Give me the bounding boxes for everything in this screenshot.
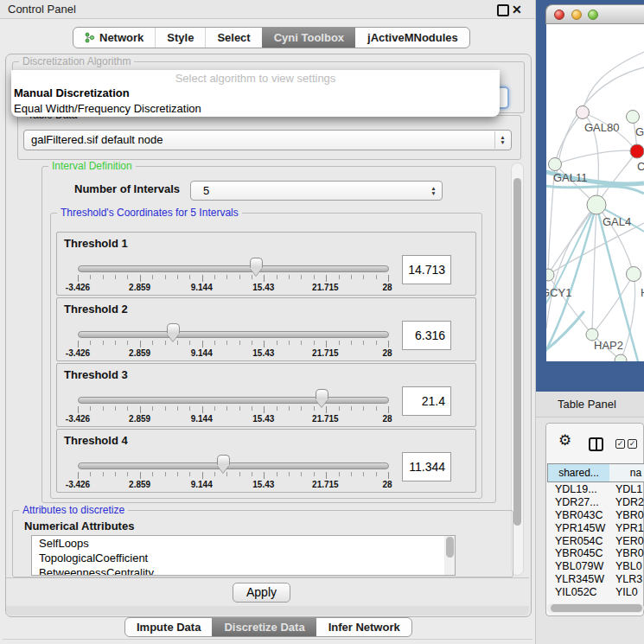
cell-name: YLR3 [611, 573, 642, 586]
network-window-titlebar[interactable] [545, 4, 644, 24]
tab-discretize-data[interactable]: Discretize Data [212, 618, 316, 636]
cell-name: YIL0 [611, 586, 638, 599]
checkbox-icon[interactable]: ✓ [615, 439, 625, 449]
slider-thumb[interactable] [316, 389, 328, 399]
close-window-icon[interactable] [554, 10, 564, 20]
node[interactable] [615, 354, 627, 361]
table-row[interactable]: YDL19...YDL1 [547, 483, 644, 496]
attributes-scrollbar-thumb[interactable] [446, 537, 454, 558]
tab-label: Style [167, 31, 194, 44]
node-label: GA [635, 125, 644, 138]
minimize-window-icon[interactable] [571, 10, 582, 20]
threshold-value-field[interactable]: 21.4 [402, 386, 451, 416]
tick-label: -3.426 [66, 348, 90, 358]
threshold-value-field[interactable]: 11.344 [402, 452, 451, 481]
slider-thumb[interactable] [250, 258, 263, 268]
spinner-value: 5 [198, 184, 209, 197]
tick-label: 2.859 [129, 283, 150, 292]
slider-track[interactable] [78, 265, 389, 272]
control-panel-title: Control Panel [0, 0, 535, 19]
network-canvas[interactable]: GAL80GAGAL11CGAL4GCY1HHAP2 [546, 24, 644, 361]
threshold-value-field[interactable]: 6.316 [402, 321, 451, 350]
tab-style[interactable]: Style [155, 28, 205, 48]
threshold-label: Threshold 3 [64, 368, 128, 381]
horizontal-scrollbar-thumb[interactable] [551, 604, 642, 612]
slider-track[interactable] [78, 397, 389, 404]
cell-name: YBR0 [611, 547, 644, 560]
threshold-row: Threshold 3-3.4262.8599.14415.4321.71528… [56, 363, 476, 427]
column-header-shared-name[interactable]: shared... [547, 463, 610, 482]
threshold-coordinates-group: Threshold's Coordinates for 5 Intervals … [50, 213, 482, 499]
tab-impute-data[interactable]: Impute Data [125, 618, 212, 636]
node[interactable] [627, 111, 640, 124]
slider-thumb[interactable] [217, 455, 230, 465]
number-of-intervals-spinner[interactable]: 5 ▲▼ [190, 181, 443, 201]
cell-shared-name: YBR043C [547, 509, 611, 522]
close-icon[interactable]: ✕ [512, 3, 522, 16]
cell-name: YDL1 [611, 483, 642, 496]
checkbox-icon[interactable]: ✓ [628, 439, 637, 449]
gal4-node[interactable] [587, 195, 606, 214]
table-row[interactable]: YBR045CYBR0 [547, 547, 644, 560]
list-item[interactable]: SelfLoops [32, 536, 455, 551]
tab-cyni-toolbox[interactable]: Cyni Toolbox [262, 28, 355, 48]
node[interactable] [627, 267, 641, 282]
gal11-node[interactable] [549, 158, 562, 171]
tab-infer-network[interactable]: Infer Network [316, 618, 411, 636]
cell-name: YBL0 [611, 560, 642, 573]
threshold-label: Threshold 1 [64, 237, 128, 250]
gal80-node[interactable] [577, 106, 590, 119]
tab-network[interactable]: Network [73, 28, 155, 48]
threshold-row: Threshold 1-3.4262.8599.14415.4321.71528… [56, 232, 476, 296]
tick-label: 9.144 [191, 283, 213, 292]
tick-label: 28 [382, 283, 392, 292]
node-label: GAL80 [584, 121, 619, 134]
group-title: Attributes to discretize [19, 504, 128, 516]
gcy1-node[interactable] [546, 269, 554, 281]
slider-track[interactable] [78, 462, 389, 469]
split-columns-icon[interactable] [589, 437, 603, 451]
network-canvas-svg[interactable]: GAL80GAGAL11CGAL4GCY1HHAP2 [546, 24, 644, 361]
tick-label: -3.426 [66, 283, 90, 292]
tab-select[interactable]: Select [205, 28, 261, 48]
table-row[interactable]: YBR043CYBR0 [547, 509, 644, 522]
menu-item[interactable]: Manual Discretization [11, 86, 500, 101]
tick-label: 21.715 [312, 480, 339, 489]
panel-bottom-shading [6, 606, 529, 615]
tick-label: 28 [382, 414, 392, 424]
table-row[interactable]: YDR27...YDR2 [547, 496, 644, 509]
tab-jactivemnodules[interactable]: jActiveMNodules [355, 28, 469, 48]
cell-shared-name: YIL052C [547, 586, 611, 599]
attributes-list[interactable]: SelfLoopsTopologicalCoefficientBetweenne… [31, 535, 456, 576]
list-item[interactable]: TopologicalCoefficient [32, 551, 455, 565]
zoom-window-icon[interactable] [588, 10, 598, 20]
combobox-stepper-icon[interactable]: ▲▼ [494, 131, 510, 149]
table-row[interactable]: YIL052CYIL0 [547, 586, 644, 599]
slider-thumb[interactable] [167, 323, 180, 334]
column-header-name[interactable]: na [609, 463, 644, 482]
threshold-value-field[interactable]: 14.713 [402, 255, 451, 284]
table-data-combobox[interactable]: galFiltered.sif default node ▲▼ [23, 130, 512, 150]
dropdown-prompt: Select algorithm to view settings [11, 70, 500, 86]
menu-item[interactable]: Equal Width/Frequency Discretization [11, 101, 500, 117]
cell-shared-name: YBR045C [547, 547, 611, 560]
slider-track[interactable] [78, 331, 389, 338]
vertical-scrollbar-thumb[interactable] [513, 178, 521, 526]
cell-shared-name: YLR345W [547, 573, 611, 586]
apply-button[interactable]: Apply [233, 583, 290, 603]
threshold-label: Threshold 2 [64, 303, 128, 316]
table-row[interactable]: YER054CYER0 [547, 535, 644, 548]
tab-label: Infer Network [328, 621, 400, 634]
gear-icon[interactable]: ⚙ [558, 433, 571, 448]
table-row[interactable]: YPR145WYPR1 [547, 522, 644, 535]
selected-red-node[interactable] [630, 144, 644, 158]
table-row[interactable]: YBL079WYBL0 [547, 560, 644, 573]
spinner-stepper-icon[interactable]: ▲▼ [426, 182, 441, 199]
cell-name: YBR0 [611, 509, 644, 522]
table-row[interactable]: YLR345WYLR3 [547, 573, 644, 586]
cell-shared-name: YDR27... [547, 496, 611, 509]
tick-label: 9.144 [191, 414, 213, 424]
list-item[interactable]: BetweennessCentrality [32, 565, 455, 576]
float-window-icon[interactable] [497, 4, 509, 16]
group-title: Discretization Algorithm [19, 55, 134, 67]
